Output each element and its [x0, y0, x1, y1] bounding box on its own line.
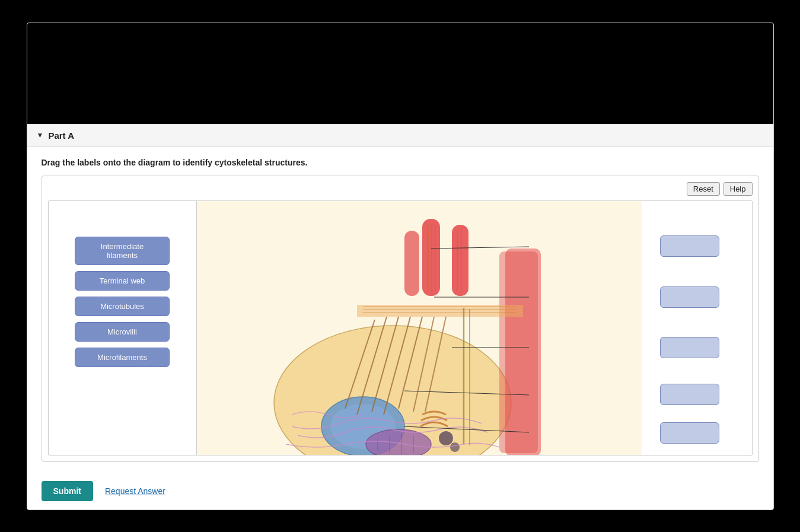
svg-rect-17 [452, 225, 468, 296]
request-answer-link[interactable]: Request Answer [105, 486, 165, 496]
main-card: ▼ Part A Drag the labels onto the diagra… [27, 23, 774, 510]
drag-drop-container: Reset Help Intermediatefilaments Termina… [42, 176, 759, 462]
label-terminal-web[interactable]: Terminal web [75, 271, 170, 291]
reset-help-bar: Reset Help [48, 182, 753, 196]
drop-zone-1[interactable] [660, 235, 719, 257]
collapse-arrow-icon[interactable]: ▼ [37, 131, 44, 139]
help-button[interactable]: Help [723, 182, 753, 196]
part-a-title: Part A [48, 130, 74, 141]
content-area: Drag the labels onto the diagram to iden… [27, 147, 773, 473]
svg-point-9 [439, 431, 453, 445]
bottom-actions: Submit Request Answer [27, 473, 773, 509]
label-microvilli[interactable]: Microvilli [75, 322, 170, 342]
part-a-header: ▼ Part A [27, 124, 773, 147]
drop-zone-4[interactable] [660, 384, 719, 405]
svg-point-10 [450, 442, 460, 452]
submit-button[interactable]: Submit [42, 481, 93, 501]
svg-rect-20 [404, 231, 419, 296]
reset-button[interactable]: Reset [687, 182, 720, 196]
label-microtubules[interactable]: Microtubules [75, 297, 170, 316]
page-wrapper: ▼ Part A Drag the labels onto the diagra… [0, 0, 800, 532]
svg-point-4 [366, 429, 431, 455]
cell-diagram-svg [197, 201, 642, 455]
label-intermediate-filaments[interactable]: Intermediatefilaments [75, 237, 170, 265]
diagram-right [197, 201, 752, 455]
labels-panel: Intermediatefilaments Terminal web Micro… [49, 201, 197, 455]
svg-rect-12 [499, 251, 538, 453]
label-microfilaments[interactable]: Microfilaments [75, 348, 170, 367]
drop-zone-5[interactable] [660, 422, 719, 444]
instruction-text: Drag the labels onto the diagram to iden… [42, 158, 759, 167]
drop-zone-3[interactable] [660, 337, 719, 358]
drop-zone-2[interactable] [660, 286, 719, 308]
top-bar [27, 23, 773, 124]
diagram-area: Intermediatefilaments Terminal web Micro… [48, 200, 753, 455]
svg-rect-13 [422, 219, 440, 296]
